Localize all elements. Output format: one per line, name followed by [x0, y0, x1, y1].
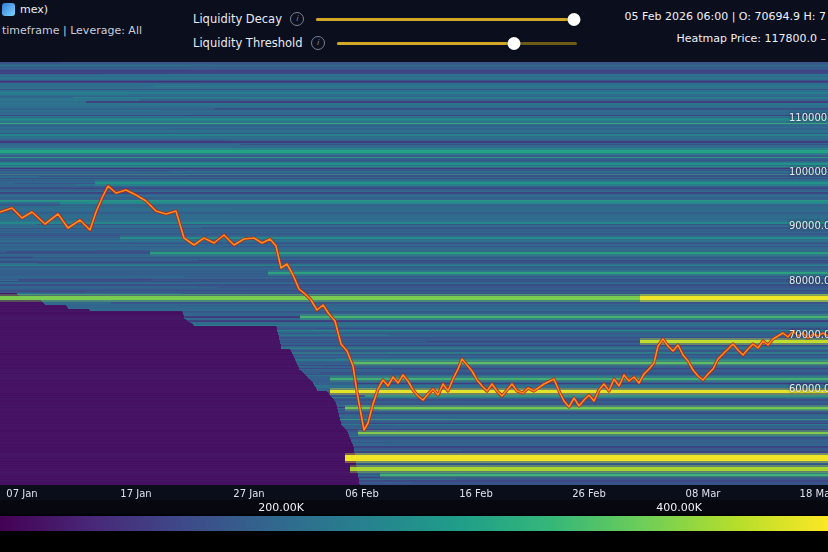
slider-knob[interactable]: [568, 13, 581, 26]
slider-fill: [337, 42, 515, 45]
liquidity-threshold-label: Liquidity Threshold: [193, 36, 303, 50]
indicator-subtitle: timeframe | Leverage: All: [2, 24, 142, 37]
x-axis-label: 07 Jan: [6, 488, 37, 499]
ohlc-info-block: 05 Feb 2026 06:00 | O: 70694.9 H: 7 Heat…: [625, 10, 826, 45]
colorbar-gradient: [0, 516, 828, 531]
colorbar-scale-label: 400.00K: [656, 501, 702, 514]
info-icon[interactable]: i: [290, 12, 304, 26]
slider-fill: [316, 18, 574, 21]
x-axis-label: 08 Mar: [686, 488, 721, 499]
indicator-title: mex): [20, 3, 48, 16]
indicator-controls: Liquidity Decay i Liquidity Threshold i: [193, 9, 577, 57]
liquidation-heatmap-canvas[interactable]: [0, 62, 828, 485]
bottom-spacer: [0, 531, 828, 552]
colorbar-scale-label: 200.00K: [258, 501, 304, 514]
x-axis-label: 18 Mar: [800, 488, 828, 499]
info-icon[interactable]: i: [311, 36, 325, 50]
heatmap-price-readout: Heatmap Price: 117800.0 –: [625, 32, 826, 45]
liquidity-decay-row: Liquidity Decay i: [193, 9, 577, 29]
x-axis-label: 26 Feb: [572, 488, 606, 499]
x-axis-label: 16 Feb: [459, 488, 493, 499]
liquidity-decay-slider[interactable]: [316, 13, 577, 26]
x-axis-label: 06 Feb: [345, 488, 379, 499]
colorbar-scale-labels: 200.00K400.00K: [0, 500, 828, 514]
x-axis-label: 17 Jan: [120, 488, 151, 499]
liquidity-decay-label: Liquidity Decay: [193, 12, 282, 26]
ohlc-readout: 05 Feb 2026 06:00 | O: 70694.9 H: 7: [625, 10, 826, 23]
slider-knob[interactable]: [508, 37, 521, 50]
liquidity-threshold-row: Liquidity Threshold i: [193, 33, 577, 53]
indicator-title-block: mex) timeframe | Leverage: All: [2, 2, 142, 37]
liquidity-threshold-slider[interactable]: [337, 37, 577, 50]
x-axis-label: 27 Jan: [233, 488, 264, 499]
liquidation-heatmap-app: mex) timeframe | Leverage: All Liquidity…: [0, 0, 828, 552]
app-logo-icon: [2, 3, 15, 16]
top-toolbar: mex) timeframe | Leverage: All Liquidity…: [0, 0, 828, 62]
